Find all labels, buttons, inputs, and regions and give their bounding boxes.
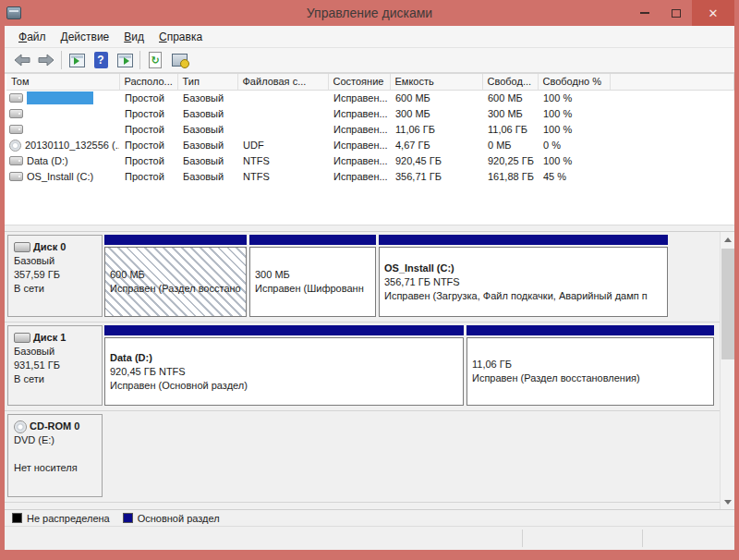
col-header-type[interactable]: Тип [177, 74, 237, 90]
table-row[interactable]: Простой Базовый Исправен... 11,06 ГБ 11,… [6, 122, 734, 138]
close-button[interactable]: ✕ [692, 0, 734, 26]
cell-layout: Простой [119, 106, 177, 122]
menu-file[interactable]: Файл [12, 28, 53, 46]
col-header-volume[interactable]: Том [6, 74, 119, 90]
scrollbar-thumb[interactable] [721, 249, 734, 359]
cell-type: Базовый [177, 90, 237, 106]
toolbar: ? ↻ [5, 48, 734, 73]
cell-volume-name: Data (D:) [27, 155, 68, 166]
cd-icon [14, 420, 27, 433]
status-separator [642, 530, 643, 547]
table-row[interactable]: OS_Install (C:) Простой Базовый NTFS Исп… [6, 169, 734, 185]
cell-layout: Простой [119, 169, 177, 185]
cell-free-pct: 100 % [538, 90, 610, 106]
col-header-status[interactable]: Состояние [328, 74, 390, 90]
cell-free: 161,88 ГБ [482, 169, 538, 185]
disk-row-1: Диск 1 Базовый 931,51 ГБ В сети Data (D:… [5, 323, 734, 411]
partition-status: Исправен (Основной раздел) [110, 379, 463, 393]
col-header-free-pct[interactable]: Свободно % [538, 74, 610, 90]
cell-status: Исправен... [328, 138, 390, 153]
cdrom-label[interactable]: CD-ROM 0 DVD (E:) Нет носителя [7, 414, 103, 497]
cell-fs [237, 106, 328, 122]
disk1-label[interactable]: Диск 1 Базовый 931,51 ГБ В сети [7, 325, 103, 406]
table-row[interactable]: 20130110_132556 (... Простой Базовый UDF… [6, 138, 734, 153]
scroll-up-button[interactable] [721, 232, 734, 247]
legend-unallocated: Не распределена [12, 513, 110, 524]
disk-actions-button[interactable] [167, 49, 191, 71]
col-header-filesystem[interactable]: Файловая с... [237, 74, 328, 90]
col-header-capacity[interactable]: Емкость [390, 74, 482, 90]
table-header-row: Том Располо... Тип Файловая с... Состоян… [6, 74, 734, 90]
disk-actions-icon [172, 54, 188, 67]
menu-view[interactable]: Вид [117, 28, 151, 46]
help-icon: ? [94, 52, 108, 68]
drive-icon [9, 172, 23, 181]
disk-management-window: Управление дисками ✕ Файл Действие Вид С… [0, 0, 739, 560]
hdd-icon [14, 333, 30, 343]
disk-name: CD-ROM 0 [30, 420, 79, 433]
disk-status: В сети [14, 282, 98, 296]
cell-layout: Простой [119, 138, 177, 153]
cell-fs [237, 90, 328, 106]
unallocated-swatch [12, 513, 22, 523]
partition-data-d[interactable]: Data (D:) 920,45 ГБ NTFS Исправен (Основ… [104, 325, 464, 406]
cell-type: Базовый [177, 122, 237, 138]
partition-recovery-600mb[interactable]: 600 МБ Исправен (Раздел восстано [104, 235, 247, 317]
partition-size: 356,71 ГБ NTFS [384, 275, 667, 289]
back-button[interactable] [10, 49, 34, 71]
status-separator [522, 530, 523, 547]
pane-splitter[interactable] [5, 225, 734, 232]
back-icon [14, 54, 30, 67]
legend-bar: Не распределена Основной раздел [5, 509, 734, 526]
table-row[interactable]: Простой Базовый Исправен... 600 МБ 600 М… [6, 90, 734, 106]
details-pane-icon [117, 54, 133, 67]
help-button[interactable]: ? [89, 49, 113, 71]
details-pane-button[interactable] [113, 49, 137, 71]
scroll-down-button[interactable] [721, 494, 734, 509]
col-header-filler [610, 74, 734, 90]
disk-type: Базовый [14, 345, 98, 359]
forward-button[interactable] [34, 49, 58, 71]
disk0-label[interactable]: Диск 0 Базовый 357,59 ГБ В сети [7, 235, 103, 317]
cell-layout: Простой [119, 153, 177, 169]
col-header-free[interactable]: Свобод... [482, 74, 538, 90]
minimize-button[interactable] [629, 0, 660, 26]
cell-free-pct: 100 % [538, 153, 610, 169]
cell-free-pct: 0 % [538, 138, 610, 153]
disk-type: DVD (E:) [14, 433, 98, 447]
table-row[interactable]: Data (D:) Простой Базовый NTFS Исправен.… [6, 153, 734, 169]
cell-layout: Простой [119, 122, 177, 138]
legend-label: Не распределена [27, 513, 110, 524]
partition-color-band [104, 325, 464, 335]
partition-efi-300mb[interactable]: 300 МБ Исправен (Шифрованн [249, 235, 376, 317]
disk-type: Базовый [14, 254, 98, 268]
cell-type: Базовый [177, 138, 237, 153]
close-icon: ✕ [709, 7, 719, 19]
drive-icon [9, 93, 23, 103]
toolbar-separator [61, 51, 62, 69]
selection-highlight [27, 91, 93, 104]
col-header-layout[interactable]: Располо... [119, 74, 177, 90]
menu-bar: Файл Действие Вид Справка [5, 26, 734, 48]
drive-icon [9, 156, 23, 165]
table-row[interactable]: Простой Базовый Исправен... 300 МБ 300 М… [6, 106, 734, 122]
drive-icon [9, 125, 23, 134]
disk-size: 357,59 ГБ [14, 268, 98, 282]
menu-help[interactable]: Справка [152, 28, 209, 46]
disk-size: 931,51 ГБ [14, 359, 98, 372]
partition-recovery-11gb[interactable]: 11,06 ГБ Исправен (Раздел восстановления… [466, 325, 714, 406]
partition-title: Data (D:) [110, 351, 463, 365]
cell-status: Исправен... [328, 90, 390, 106]
console-tree-button[interactable] [65, 49, 89, 71]
menu-action[interactable]: Действие [55, 28, 116, 46]
minimize-icon [640, 12, 649, 14]
cell-fs: NTFS [237, 153, 328, 169]
partition-title: OS_Install (C:) [384, 262, 667, 275]
refresh-icon: ↻ [149, 52, 162, 68]
partition-os-install-c[interactable]: OS_Install (C:) 356,71 ГБ NTFS Исправен … [379, 235, 668, 317]
partition-status: Исправен (Загрузка, Файл подкачки, Авари… [384, 289, 667, 303]
vertical-scrollbar[interactable] [720, 232, 734, 509]
refresh-button[interactable]: ↻ [143, 49, 167, 71]
maximize-icon [672, 9, 681, 18]
maximize-button[interactable] [660, 0, 692, 26]
